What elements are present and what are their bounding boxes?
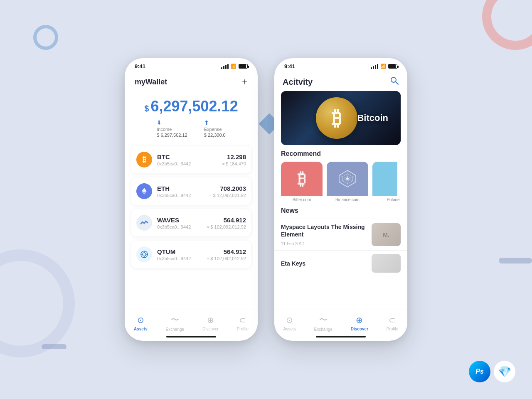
- assets-icon-right: ⊙: [286, 315, 293, 325]
- phone-activity: 9:41 📶 Acitvity: [274, 58, 407, 341]
- activity-title: Acitvity: [283, 77, 313, 87]
- assets-icon: ⊙: [137, 315, 144, 325]
- coin-item-waves[interactable]: WAVES 0x3b5ca0...9442 564.912 ≈ $ 102,09…: [131, 209, 251, 236]
- qtum-icon: [136, 246, 152, 262]
- add-button[interactable]: +: [242, 76, 248, 88]
- exchange-icon: 〜: [171, 314, 179, 325]
- recommend-card-binance[interactable]: Binance.com: [327, 162, 368, 202]
- news-item-1-thumb: M.: [372, 223, 401, 246]
- expense-label: Expense: [204, 127, 226, 132]
- news-section-title: News: [274, 207, 407, 219]
- status-icons-left: 📶: [221, 64, 248, 69]
- discover-label: Discover: [202, 327, 219, 331]
- btc-name: BTC: [157, 153, 222, 160]
- nav-exchange-right[interactable]: 〜 Exchange: [311, 314, 336, 332]
- recommend-row: ₿ Bitter.com Binance.com: [274, 162, 407, 207]
- polone-label: Polone: [372, 196, 407, 202]
- eth-name: ETH: [157, 185, 209, 192]
- nav-profile-right[interactable]: ⊂ Profile: [383, 315, 401, 331]
- svg-point-3: [143, 253, 146, 256]
- news-partial-item[interactable]: Eta Keys: [274, 250, 407, 274]
- recommend-card-polone[interactable]: Polone: [372, 162, 407, 202]
- signal-icon-right: [371, 64, 378, 69]
- news-section: Myspace Layouts The Missing Element 11 F…: [274, 219, 407, 250]
- bitcoin-label: Bitcoin: [357, 113, 388, 123]
- news-item-1-title: Myspace Layouts The Missing Element: [281, 223, 367, 238]
- news-item-1-date: 11 Feb 2017: [281, 241, 367, 246]
- exchange-label: Exchange: [166, 327, 184, 332]
- assets-label: Assets: [134, 327, 148, 331]
- waves-value: 564.912 ≈ $ 102,092,012.92: [207, 217, 246, 229]
- status-icons-right: 📶: [371, 64, 397, 69]
- tool-icons-group: Ps 💎: [469, 361, 515, 382]
- coin-item-btc[interactable]: ₿ BTC 0x3b5ca0...9442 12.298 ≈ $ 184,470: [131, 146, 251, 173]
- bg-decoration-bar-right: [499, 258, 532, 264]
- bitcoin-coin-icon: ₿: [316, 97, 357, 139]
- news-item-1[interactable]: Myspace Layouts The Missing Element 11 F…: [281, 219, 401, 250]
- status-time-right: 9:41: [284, 63, 295, 69]
- income-value: $ 6,297,502.12: [157, 133, 187, 138]
- bitter-card-img: ₿: [281, 162, 323, 196]
- profile-label-left: Profile: [237, 327, 249, 331]
- bottom-nav-right: ⊙ Assets 〜 Exchange ⊕ Discover ⊂ Profile: [274, 310, 407, 334]
- expense-stat: ⬆ Expense $ 22,300.0: [204, 119, 226, 138]
- assets-label-right: Assets: [283, 327, 296, 331]
- status-bar-right: 9:41 📶: [274, 58, 407, 71]
- discover-label-right: Discover: [351, 327, 368, 331]
- qtum-name: QTUM: [157, 248, 207, 255]
- eth-usd: ≈ $ 12,092,021.92: [209, 193, 246, 198]
- wallet-title: myWallet: [135, 78, 167, 86]
- coin-item-qtum[interactable]: QTUM 0x3b5ca0...9442 564.912 ≈ $ 102,092…: [131, 241, 251, 268]
- bitcoin-banner-bg: ₿ Bitcoin: [281, 91, 401, 145]
- photoshop-icon: Ps: [469, 361, 490, 382]
- phones-container: 9:41 📶 myWallet + $ 6,297,502.12: [125, 58, 407, 341]
- activity-header: Acitvity: [274, 71, 407, 91]
- waves-amount: 564.912: [207, 217, 246, 224]
- polone-card-img: [372, 162, 397, 196]
- nav-exchange-left[interactable]: 〜 Exchange: [163, 314, 187, 332]
- eth-info: ETH 0x3b5ca0...9442: [157, 185, 209, 198]
- nav-discover-left[interactable]: ⊕ Discover: [199, 315, 222, 331]
- profile-icon-left: ⊂: [239, 315, 246, 325]
- btc-value: 12.298 ≈ $ 184,470: [222, 153, 246, 166]
- waves-usd: ≈ $ 102,092,012.92: [207, 224, 246, 229]
- profile-label-right: Profile: [387, 327, 398, 331]
- waves-name: WAVES: [157, 217, 207, 224]
- svg-point-8: [391, 77, 396, 82]
- search-button[interactable]: [390, 76, 399, 88]
- battery-icon: [239, 64, 248, 69]
- nav-assets-left[interactable]: ⊙ Assets: [131, 315, 151, 331]
- nav-discover-right[interactable]: ⊕ Discover: [347, 315, 372, 331]
- qtum-amount: 564.912: [207, 248, 246, 255]
- wallet-balance-section: $ 6,297,502.12 ⬇ Income $ 6,297,502.12 ⬆…: [125, 91, 258, 143]
- qtum-usd: ≈ $ 102,092,012.92: [207, 256, 246, 261]
- bg-decoration-circle: [33, 25, 58, 50]
- news-partial-thumb: [372, 254, 401, 273]
- status-time-left: 9:41: [135, 63, 145, 69]
- bg-decoration-bar-bottom: [42, 344, 66, 349]
- bottom-nav-left: ⊙ Assets 〜 Exchange ⊕ Discover ⊂ Profile: [125, 310, 258, 334]
- bg-decoration-arc: [482, 0, 532, 50]
- btc-usd: ≈ $ 184,470: [222, 161, 246, 166]
- expense-value: $ 22,300.0: [204, 133, 226, 138]
- balance-stats: ⬇ Income $ 6,297,502.12 ⬆ Expense $ 22,3…: [135, 119, 248, 138]
- discover-icon-right: ⊕: [356, 315, 363, 325]
- nav-assets-right[interactable]: ⊙ Assets: [280, 315, 299, 331]
- home-indicator-right: [316, 336, 366, 337]
- coin-item-eth[interactable]: ETH 0x3b5ca0...9442 708.2003 ≈ $ 12,092,…: [131, 177, 251, 205]
- eth-address: 0x3b5ca0...9442: [157, 193, 209, 198]
- wifi-icon-right: 📶: [380, 64, 386, 69]
- btc-amount: 12.298: [222, 153, 246, 160]
- svg-marker-0: [142, 188, 147, 192]
- waves-address: 0x3b5ca0...9442: [157, 224, 207, 229]
- balance-number: 6,297,502.12: [150, 98, 238, 115]
- nav-profile-left[interactable]: ⊂ Profile: [234, 315, 252, 331]
- battery-icon-right: [388, 64, 397, 69]
- eth-amount: 708.2003: [209, 185, 246, 192]
- news-item-1-text: Myspace Layouts The Missing Element 11 F…: [281, 223, 372, 246]
- status-bar-left: 9:41 📶: [125, 58, 258, 71]
- recommend-card-bitter[interactable]: ₿ Bitter.com: [281, 162, 323, 202]
- svg-point-16: [346, 177, 349, 180]
- bitcoin-banner[interactable]: ₿ Bitcoin: [281, 91, 401, 145]
- news-thumb-inner: M.: [372, 223, 401, 246]
